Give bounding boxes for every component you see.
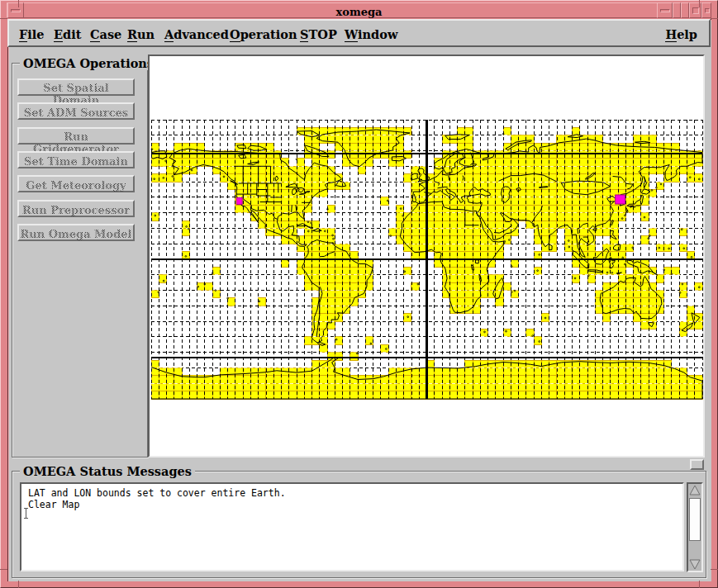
scrollbar-up-arrow[interactable]	[689, 485, 701, 496]
scrollbar-down-arrow[interactable]	[689, 559, 701, 570]
menu-help[interactable]: Help	[665, 27, 697, 41]
window-extra-icon	[705, 8, 710, 13]
frame-cut	[0, 569, 7, 570]
titlebar-spacer-1	[673, 2, 681, 18]
button-set-spatial-domain[interactable]: Set Spatial Domain	[17, 78, 135, 96]
titlebar-spacer-2	[681, 2, 689, 18]
frame-cut	[699, 581, 700, 588]
menu-advanced[interactable]: Advanced	[164, 27, 229, 41]
scrollbar-thumb[interactable]	[689, 498, 701, 541]
menu-operation[interactable]: Operation	[230, 27, 297, 41]
menu-window[interactable]: Window	[345, 27, 397, 41]
button-run-omega-model[interactable]: Run Omega Model	[17, 224, 135, 241]
status-text-area[interactable]: LAT and LON bounds set to cover entire E…	[20, 482, 684, 571]
frame-cut	[711, 18, 718, 19]
menu-stop[interactable]: STOP	[300, 27, 337, 41]
menu-case[interactable]: Case	[90, 27, 121, 41]
resize-grip[interactable]	[690, 459, 704, 470]
omega-operations-title: OMEGA Operations	[20, 56, 157, 70]
window-extra-button[interactable]	[701, 2, 711, 18]
window-menu-icon	[11, 9, 21, 12]
window-minimize-button[interactable]	[657, 2, 673, 18]
button-run-preprocessor[interactable]: Run Preprocessor	[17, 200, 135, 217]
titlebar[interactable]: xomega	[7, 2, 711, 18]
frame-cut	[711, 569, 718, 570]
button-get-meteorology[interactable]: Get Meteorology	[17, 175, 135, 192]
menu-file[interactable]: File	[19, 27, 45, 41]
text-cursor	[26, 508, 26, 519]
minimize-icon	[660, 9, 670, 12]
button-set-adm-sources[interactable]: Set ADM Sources	[17, 102, 135, 120]
window-menu-button[interactable]	[7, 2, 24, 18]
frame-cut	[699, 0, 700, 7]
omega-status-title: OMEGA Status Messages	[20, 464, 195, 478]
omega-operations-panel: OMEGA Operations Set Spatial DomainSet A…	[12, 63, 148, 458]
button-set-time-domain[interactable]: Set Time Domain	[17, 151, 135, 168]
frame-cut	[18, 581, 19, 588]
window-title: xomega	[7, 6, 711, 18]
menu-edit[interactable]: Edit	[54, 27, 81, 41]
button-run-gridgenerator[interactable]: Run Gridgenerator	[17, 127, 135, 145]
menu-run[interactable]: Run	[127, 27, 155, 41]
map-canvas[interactable]	[148, 55, 705, 458]
status-scrollbar[interactable]	[687, 482, 703, 572]
menu-bar: FileEditCaseRunAdvancedOperationSTOPWind…	[7, 19, 711, 47]
maximize-icon	[692, 7, 699, 14]
frame-cut	[18, 0, 19, 7]
frame-cut	[0, 18, 7, 19]
